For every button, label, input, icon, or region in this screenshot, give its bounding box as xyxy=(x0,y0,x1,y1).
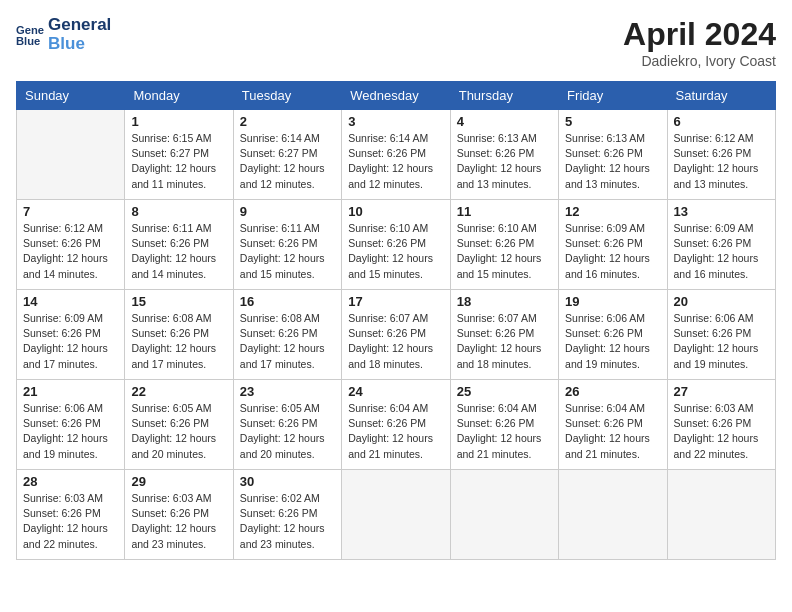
day-number: 21 xyxy=(23,384,118,399)
day-number: 6 xyxy=(674,114,769,129)
day-number: 16 xyxy=(240,294,335,309)
day-number: 28 xyxy=(23,474,118,489)
day-number: 18 xyxy=(457,294,552,309)
weekday-header-sunday: Sunday xyxy=(17,82,125,110)
day-info: Sunrise: 6:14 AMSunset: 6:27 PMDaylight:… xyxy=(240,131,335,192)
day-info: Sunrise: 6:07 AMSunset: 6:26 PMDaylight:… xyxy=(348,311,443,372)
calendar-cell: 15Sunrise: 6:08 AMSunset: 6:26 PMDayligh… xyxy=(125,290,233,380)
logo-line2: Blue xyxy=(48,35,111,54)
day-number: 3 xyxy=(348,114,443,129)
calendar-cell: 3Sunrise: 6:14 AMSunset: 6:26 PMDaylight… xyxy=(342,110,450,200)
day-number: 17 xyxy=(348,294,443,309)
day-info: Sunrise: 6:08 AMSunset: 6:26 PMDaylight:… xyxy=(240,311,335,372)
day-info: Sunrise: 6:11 AMSunset: 6:26 PMDaylight:… xyxy=(240,221,335,282)
weekday-header-tuesday: Tuesday xyxy=(233,82,341,110)
calendar-cell: 30Sunrise: 6:02 AMSunset: 6:26 PMDayligh… xyxy=(233,470,341,560)
day-info: Sunrise: 6:15 AMSunset: 6:27 PMDaylight:… xyxy=(131,131,226,192)
day-number: 10 xyxy=(348,204,443,219)
day-info: Sunrise: 6:06 AMSunset: 6:26 PMDaylight:… xyxy=(565,311,660,372)
calendar-cell: 6Sunrise: 6:12 AMSunset: 6:26 PMDaylight… xyxy=(667,110,775,200)
calendar-cell: 4Sunrise: 6:13 AMSunset: 6:26 PMDaylight… xyxy=(450,110,558,200)
day-info: Sunrise: 6:11 AMSunset: 6:26 PMDaylight:… xyxy=(131,221,226,282)
calendar-cell: 29Sunrise: 6:03 AMSunset: 6:26 PMDayligh… xyxy=(125,470,233,560)
day-info: Sunrise: 6:08 AMSunset: 6:26 PMDaylight:… xyxy=(131,311,226,372)
calendar-cell xyxy=(17,110,125,200)
calendar-cell: 25Sunrise: 6:04 AMSunset: 6:26 PMDayligh… xyxy=(450,380,558,470)
day-info: Sunrise: 6:02 AMSunset: 6:26 PMDaylight:… xyxy=(240,491,335,552)
day-info: Sunrise: 6:10 AMSunset: 6:26 PMDaylight:… xyxy=(457,221,552,282)
logo-icon: General Blue xyxy=(16,21,44,49)
day-info: Sunrise: 6:04 AMSunset: 6:26 PMDaylight:… xyxy=(348,401,443,462)
day-number: 29 xyxy=(131,474,226,489)
calendar-cell xyxy=(559,470,667,560)
weekday-header-friday: Friday xyxy=(559,82,667,110)
calendar-cell: 23Sunrise: 6:05 AMSunset: 6:26 PMDayligh… xyxy=(233,380,341,470)
day-number: 2 xyxy=(240,114,335,129)
title-block: April 2024 Dadiekro, Ivory Coast xyxy=(623,16,776,69)
calendar-cell xyxy=(450,470,558,560)
calendar-cell: 7Sunrise: 6:12 AMSunset: 6:26 PMDaylight… xyxy=(17,200,125,290)
page-header: General Blue General Blue April 2024 Dad… xyxy=(16,16,776,69)
calendar-cell: 16Sunrise: 6:08 AMSunset: 6:26 PMDayligh… xyxy=(233,290,341,380)
day-number: 27 xyxy=(674,384,769,399)
day-info: Sunrise: 6:12 AMSunset: 6:26 PMDaylight:… xyxy=(23,221,118,282)
day-info: Sunrise: 6:13 AMSunset: 6:26 PMDaylight:… xyxy=(565,131,660,192)
calendar-cell: 10Sunrise: 6:10 AMSunset: 6:26 PMDayligh… xyxy=(342,200,450,290)
calendar-cell: 21Sunrise: 6:06 AMSunset: 6:26 PMDayligh… xyxy=(17,380,125,470)
day-info: Sunrise: 6:09 AMSunset: 6:26 PMDaylight:… xyxy=(23,311,118,372)
day-info: Sunrise: 6:05 AMSunset: 6:26 PMDaylight:… xyxy=(131,401,226,462)
day-number: 19 xyxy=(565,294,660,309)
calendar-cell: 12Sunrise: 6:09 AMSunset: 6:26 PMDayligh… xyxy=(559,200,667,290)
calendar-cell: 9Sunrise: 6:11 AMSunset: 6:26 PMDaylight… xyxy=(233,200,341,290)
day-number: 22 xyxy=(131,384,226,399)
day-info: Sunrise: 6:13 AMSunset: 6:26 PMDaylight:… xyxy=(457,131,552,192)
day-info: Sunrise: 6:07 AMSunset: 6:26 PMDaylight:… xyxy=(457,311,552,372)
calendar-cell xyxy=(342,470,450,560)
calendar-cell: 19Sunrise: 6:06 AMSunset: 6:26 PMDayligh… xyxy=(559,290,667,380)
day-info: Sunrise: 6:06 AMSunset: 6:26 PMDaylight:… xyxy=(674,311,769,372)
day-info: Sunrise: 6:04 AMSunset: 6:26 PMDaylight:… xyxy=(457,401,552,462)
calendar-cell: 18Sunrise: 6:07 AMSunset: 6:26 PMDayligh… xyxy=(450,290,558,380)
calendar-cell: 13Sunrise: 6:09 AMSunset: 6:26 PMDayligh… xyxy=(667,200,775,290)
day-info: Sunrise: 6:09 AMSunset: 6:26 PMDaylight:… xyxy=(674,221,769,282)
day-number: 8 xyxy=(131,204,226,219)
calendar-table: SundayMondayTuesdayWednesdayThursdayFrid… xyxy=(16,81,776,560)
day-info: Sunrise: 6:04 AMSunset: 6:26 PMDaylight:… xyxy=(565,401,660,462)
day-number: 15 xyxy=(131,294,226,309)
day-info: Sunrise: 6:03 AMSunset: 6:26 PMDaylight:… xyxy=(23,491,118,552)
calendar-cell: 22Sunrise: 6:05 AMSunset: 6:26 PMDayligh… xyxy=(125,380,233,470)
day-number: 30 xyxy=(240,474,335,489)
calendar-cell: 8Sunrise: 6:11 AMSunset: 6:26 PMDaylight… xyxy=(125,200,233,290)
day-info: Sunrise: 6:12 AMSunset: 6:26 PMDaylight:… xyxy=(674,131,769,192)
day-info: Sunrise: 6:05 AMSunset: 6:26 PMDaylight:… xyxy=(240,401,335,462)
month-year-title: April 2024 xyxy=(623,16,776,53)
day-number: 14 xyxy=(23,294,118,309)
weekday-header-wednesday: Wednesday xyxy=(342,82,450,110)
svg-text:General: General xyxy=(16,23,44,35)
day-number: 11 xyxy=(457,204,552,219)
day-number: 24 xyxy=(348,384,443,399)
calendar-cell: 5Sunrise: 6:13 AMSunset: 6:26 PMDaylight… xyxy=(559,110,667,200)
calendar-cell: 24Sunrise: 6:04 AMSunset: 6:26 PMDayligh… xyxy=(342,380,450,470)
day-number: 26 xyxy=(565,384,660,399)
logo-line1: General xyxy=(48,16,111,35)
day-number: 12 xyxy=(565,204,660,219)
day-info: Sunrise: 6:10 AMSunset: 6:26 PMDaylight:… xyxy=(348,221,443,282)
location-label: Dadiekro, Ivory Coast xyxy=(623,53,776,69)
calendar-cell: 17Sunrise: 6:07 AMSunset: 6:26 PMDayligh… xyxy=(342,290,450,380)
day-number: 25 xyxy=(457,384,552,399)
calendar-cell: 2Sunrise: 6:14 AMSunset: 6:27 PMDaylight… xyxy=(233,110,341,200)
calendar-cell: 28Sunrise: 6:03 AMSunset: 6:26 PMDayligh… xyxy=(17,470,125,560)
logo: General Blue General Blue xyxy=(16,16,111,53)
day-info: Sunrise: 6:06 AMSunset: 6:26 PMDaylight:… xyxy=(23,401,118,462)
day-number: 23 xyxy=(240,384,335,399)
day-info: Sunrise: 6:14 AMSunset: 6:26 PMDaylight:… xyxy=(348,131,443,192)
day-number: 13 xyxy=(674,204,769,219)
day-number: 20 xyxy=(674,294,769,309)
day-number: 5 xyxy=(565,114,660,129)
calendar-cell: 26Sunrise: 6:04 AMSunset: 6:26 PMDayligh… xyxy=(559,380,667,470)
weekday-header-monday: Monday xyxy=(125,82,233,110)
day-number: 1 xyxy=(131,114,226,129)
day-info: Sunrise: 6:03 AMSunset: 6:26 PMDaylight:… xyxy=(131,491,226,552)
day-info: Sunrise: 6:03 AMSunset: 6:26 PMDaylight:… xyxy=(674,401,769,462)
